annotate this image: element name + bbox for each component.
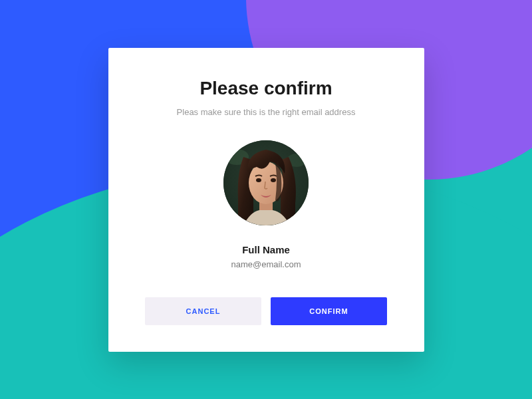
svg-point-6 — [271, 178, 276, 182]
cancel-button[interactable]: CANCEL — [145, 297, 261, 325]
avatar-image — [223, 140, 309, 225]
confirm-button[interactable]: CONFIRM — [271, 297, 387, 325]
svg-point-5 — [256, 178, 261, 182]
avatar — [223, 140, 309, 225]
dialog-title: Please confirm — [200, 78, 332, 99]
user-email: name@email.com — [231, 259, 301, 269]
dialog-actions: CANCEL CONFIRM — [145, 297, 387, 325]
user-name: Full Name — [242, 244, 290, 255]
confirm-dialog: Please confirm Pleas make sure this is t… — [108, 48, 424, 352]
dialog-subtitle: Pleas make sure this is the right email … — [177, 107, 356, 117]
